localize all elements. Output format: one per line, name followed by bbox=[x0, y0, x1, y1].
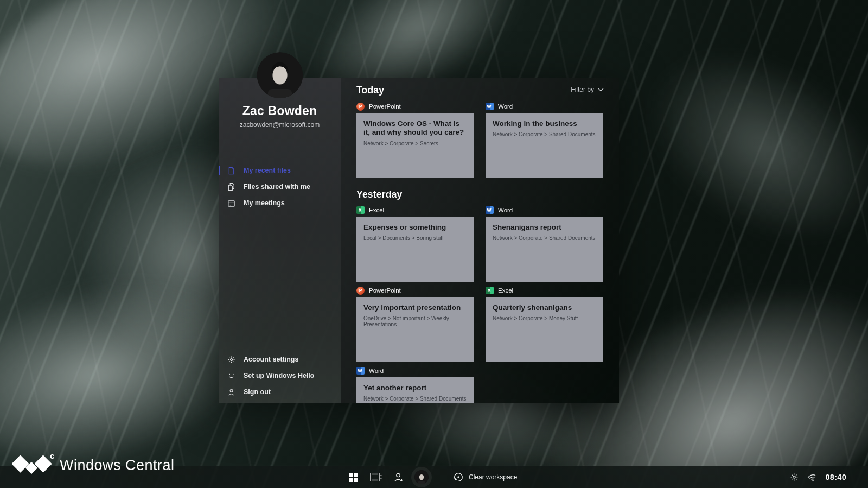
filter-by-label: Filter by bbox=[571, 86, 594, 93]
sidebar-item-set-up-windows-hello[interactable]: Set up Windows Hello bbox=[219, 367, 341, 384]
file-card[interactable]: Yet another report Network > Corporate >… bbox=[356, 377, 474, 403]
settings-gear-icon[interactable] bbox=[790, 473, 799, 481]
word-icon: W bbox=[486, 103, 494, 110]
file-title: Windows Core OS - What is it, and why sh… bbox=[363, 119, 467, 137]
sidebar-item-label: Set up Windows Hello bbox=[244, 372, 314, 379]
logo-c-mark: c bbox=[50, 451, 54, 460]
avatar bbox=[414, 470, 429, 484]
sidebar-item-label: My meetings bbox=[244, 199, 285, 207]
file-path: Network > Corporate > Secrets bbox=[363, 141, 467, 147]
file-card[interactable]: Shenanigans report Network > Corporate >… bbox=[486, 217, 603, 282]
word-icon: W bbox=[486, 206, 494, 214]
task-view-icon bbox=[370, 472, 382, 482]
sidebar-item-label: My recent files bbox=[244, 167, 291, 174]
yesterday-file-grid: X Excel Expenses or something Local > Do… bbox=[356, 206, 604, 403]
file-item: P PowerPoint Very important presentation… bbox=[356, 286, 474, 362]
clear-workspace-label: Clear workspace bbox=[469, 473, 517, 481]
powerpoint-icon: P bbox=[356, 287, 365, 295]
filter-by-dropdown[interactable]: Filter by bbox=[571, 86, 604, 93]
file-item: P PowerPoint Windows Core OS - What is i… bbox=[356, 102, 474, 178]
file-item: W Word Yet another report Network > Corp… bbox=[356, 366, 474, 403]
account-avatar-button[interactable] bbox=[410, 466, 433, 488]
sidebar-item-sign-out[interactable]: Sign out bbox=[219, 384, 341, 400]
today-file-grid: P PowerPoint Windows Core OS - What is i… bbox=[356, 102, 604, 178]
file-title: Quarterly shenanigans bbox=[493, 303, 596, 312]
wifi-icon[interactable] bbox=[806, 471, 819, 483]
calendar-icon bbox=[227, 199, 235, 207]
chevron-down-icon bbox=[598, 88, 604, 92]
windows-hello-icon bbox=[227, 371, 235, 380]
file-item: W Word Shenanigans report Network > Corp… bbox=[486, 206, 603, 282]
file-app-name: Word bbox=[498, 103, 513, 110]
watermark-text: Windows Central bbox=[60, 457, 175, 474]
file-path: Network > Corporate > Shared Documents bbox=[493, 131, 596, 137]
windows-central-logo-icon: c bbox=[12, 452, 51, 478]
sidebar-item-my-meetings[interactable]: My meetings bbox=[219, 195, 341, 211]
file-path: Network > Corporate > Shared Documents bbox=[493, 235, 596, 241]
taskbar-clock[interactable]: 08:40 bbox=[825, 473, 846, 481]
windows-central-watermark: c Windows Central bbox=[12, 452, 175, 478]
section-title-today: Today bbox=[356, 85, 604, 96]
file-card[interactable]: Quarterly shenanigans Network > Corporat… bbox=[486, 297, 603, 362]
sidebar-item-label: Account settings bbox=[244, 356, 298, 363]
file-card[interactable]: Windows Core OS - What is it, and why sh… bbox=[356, 113, 474, 178]
recent-files-content: Filter by Today P PowerPoint Windows Cor… bbox=[341, 78, 619, 403]
file-app-name: Excel bbox=[369, 207, 384, 213]
active-indicator bbox=[219, 166, 220, 175]
file-app-name: PowerPoint bbox=[369, 287, 401, 294]
sidebar-footer: Account settings Set up Windows Hello bbox=[219, 351, 341, 400]
file-app-name: Excel bbox=[498, 287, 513, 294]
file-path: Network > Corporate > Money Stuff bbox=[493, 315, 596, 321]
file-card[interactable]: Very important presentation OneDrive > N… bbox=[356, 297, 474, 362]
account-sidebar: Zac Bowden zacbowden@microsoft.com My re… bbox=[219, 78, 341, 403]
account-flyout-panel: Zac Bowden zacbowden@microsoft.com My re… bbox=[219, 78, 619, 403]
task-view-button[interactable] bbox=[365, 466, 387, 488]
profile-email: zacbowden@microsoft.com bbox=[219, 121, 341, 129]
add-person-icon bbox=[393, 472, 404, 483]
sidebar-nav: My recent files Files shared with me My … bbox=[219, 162, 341, 211]
copy-files-icon bbox=[227, 182, 235, 191]
file-title: Very important presentation bbox=[363, 303, 467, 312]
file-item: X Excel Expenses or something Local > Do… bbox=[356, 206, 474, 282]
windows-logo-icon bbox=[349, 473, 358, 482]
file-title: Yet another report bbox=[363, 384, 467, 392]
file-app-name: PowerPoint bbox=[369, 103, 401, 110]
clear-workspace-icon bbox=[453, 472, 464, 483]
add-people-button[interactable] bbox=[387, 466, 410, 488]
file-card[interactable]: Expenses or something Local > Documents … bbox=[356, 217, 474, 282]
file-card[interactable]: Working in the business Network > Corpor… bbox=[486, 113, 603, 178]
taskbar-divider bbox=[443, 471, 443, 483]
excel-icon: X bbox=[356, 206, 365, 214]
file-path: Network > Corporate > Shared Documents bbox=[363, 396, 467, 402]
sidebar-item-my-recent-files[interactable]: My recent files bbox=[219, 162, 341, 179]
taskbar-center-group: Clear workspace bbox=[342, 466, 517, 488]
avatar bbox=[257, 52, 303, 98]
file-title: Expenses or something bbox=[363, 223, 467, 232]
person-icon bbox=[227, 388, 235, 396]
excel-icon: X bbox=[486, 287, 494, 294]
sidebar-item-account-settings[interactable]: Account settings bbox=[219, 351, 341, 367]
file-title: Shenanigans report bbox=[493, 223, 596, 232]
file-title: Working in the business bbox=[493, 119, 596, 128]
file-path: OneDrive > Not important > Weekly Presen… bbox=[363, 315, 467, 327]
clear-workspace-button[interactable]: Clear workspace bbox=[453, 472, 517, 483]
section-title-yesterday: Yesterday bbox=[356, 189, 604, 200]
file-app-name: Word bbox=[369, 367, 384, 374]
file-item: W Word Working in the business Network >… bbox=[486, 102, 603, 178]
file-item: X Excel Quarterly shenanigans Network > … bbox=[486, 286, 603, 362]
sidebar-item-label: Sign out bbox=[244, 388, 271, 396]
document-icon bbox=[227, 166, 235, 175]
powerpoint-icon: P bbox=[356, 103, 365, 111]
file-path: Local > Documents > Boring stuff bbox=[363, 235, 467, 241]
profile-name: Zac Bowden bbox=[219, 104, 341, 118]
file-app-name: Word bbox=[498, 207, 513, 213]
taskbar-tray: 08:40 bbox=[790, 466, 846, 488]
sidebar-item-files-shared-with-me[interactable]: Files shared with me bbox=[219, 179, 341, 195]
start-button[interactable] bbox=[342, 466, 365, 488]
gear-icon bbox=[227, 355, 235, 364]
sidebar-item-label: Files shared with me bbox=[244, 183, 310, 191]
word-icon: W bbox=[356, 367, 365, 375]
